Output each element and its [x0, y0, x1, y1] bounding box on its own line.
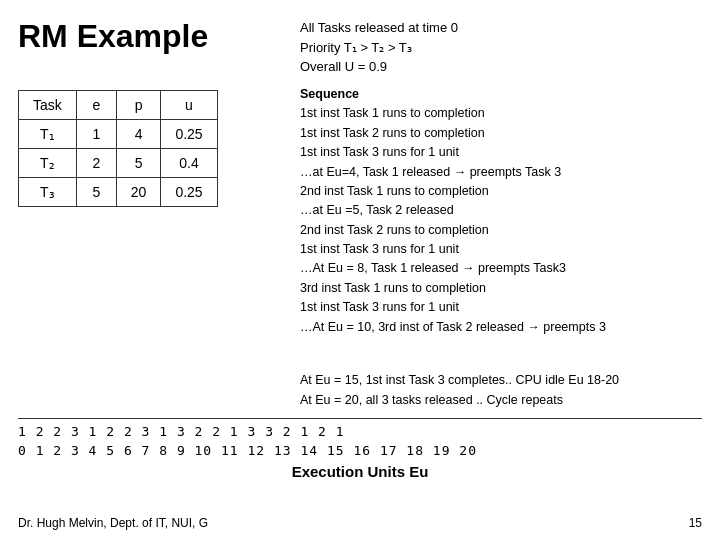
timeline-separator: [18, 418, 702, 419]
seq-line-6: 2nd inst Task 2 runs to completion: [300, 223, 489, 237]
top-right-info: All Tasks released at time 0 Priority T₁…: [300, 18, 458, 77]
seq-line-11: …At Eu = 10, 3rd inst of Task 2 released…: [300, 320, 606, 334]
page-title: RM Example: [18, 18, 208, 55]
seq-line-2: 1st inst Task 3 runs for 1 unit: [300, 145, 459, 159]
task-t1-p: 4: [116, 120, 161, 149]
task-t1: T₁: [19, 120, 77, 149]
seq-line-3: …at Eu=4, Task 1 released → preempts Tas…: [300, 165, 561, 179]
task-t3-p: 20: [116, 178, 161, 207]
bottom-note-1: At Eu = 15, 1st inst Task 3 completes.. …: [300, 370, 619, 390]
col-header-e: e: [76, 91, 116, 120]
task-t2-p: 5: [116, 149, 161, 178]
bottom-notes: At Eu = 15, 1st inst Task 3 completes.. …: [300, 370, 619, 410]
task-t2: T₂: [19, 149, 77, 178]
seq-line-0: 1st inst Task 1 runs to completion: [300, 106, 485, 120]
top-right-line2: Priority T₁ > T₂ > T₃: [300, 38, 458, 58]
task-t2-e: 2: [76, 149, 116, 178]
seq-line-8: …At Eu = 8, Task 1 released → preempts T…: [300, 261, 566, 275]
seq-line-5: …at Eu =5, Task 2 released: [300, 203, 454, 217]
task-t1-e: 1: [76, 120, 116, 149]
sequence-heading: Sequence: [300, 87, 359, 101]
bottom-note-2: At Eu = 20, all 3 tasks released .. Cycl…: [300, 390, 619, 410]
col-header-task: Task: [19, 91, 77, 120]
table-row: T₂ 2 5 0.4: [19, 149, 218, 178]
table-row: T₃ 5 20 0.25: [19, 178, 218, 207]
seq-line-7: 1st inst Task 3 runs for 1 unit: [300, 242, 459, 256]
table-header-row: Task e p u: [19, 91, 218, 120]
task-t3-u: 0.25: [161, 178, 217, 207]
execution-units-label: Execution Units Eu: [0, 463, 720, 480]
col-header-u: u: [161, 91, 217, 120]
task-t2-u: 0.4: [161, 149, 217, 178]
task-table: Task e p u T₁ 1 4 0.25 T₂ 2 5 0.4 T₃ 5 2…: [18, 90, 218, 207]
seq-line-9: 3rd inst Task 1 runs to completion: [300, 281, 486, 295]
footer-left: Dr. Hugh Melvin, Dept. of IT, NUI, G: [18, 516, 208, 530]
task-t3-e: 5: [76, 178, 116, 207]
top-right-line1: All Tasks released at time 0: [300, 18, 458, 38]
footer: Dr. Hugh Melvin, Dept. of IT, NUI, G 15: [0, 516, 720, 530]
table-row: T₁ 1 4 0.25: [19, 120, 218, 149]
top-right-line3: Overall U = 0.9: [300, 57, 458, 77]
task-t1-u: 0.25: [161, 120, 217, 149]
footer-right: 15: [689, 516, 702, 530]
sequence-numbers-row: 1 2 2 3 1 2 2 3 1 3 2 2 1 3 3 2 1 2 1: [18, 424, 698, 439]
col-header-p: p: [116, 91, 161, 120]
sequence-description: Sequence 1st inst Task 1 runs to complet…: [300, 85, 606, 337]
seq-line-1: 1st inst Task 2 runs to completion: [300, 126, 485, 140]
seq-line-10: 1st inst Task 3 runs for 1 unit: [300, 300, 459, 314]
eu-numbers-row: 0 1 2 3 4 5 6 7 8 9 10 11 12 13 14 15 16…: [18, 443, 698, 458]
seq-line-4: 2nd inst Task 1 runs to completion: [300, 184, 489, 198]
task-t3: T₃: [19, 178, 77, 207]
